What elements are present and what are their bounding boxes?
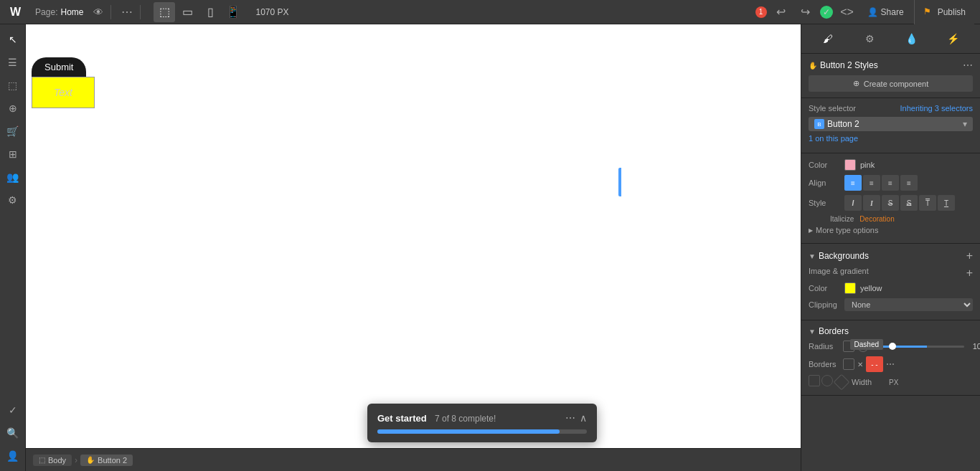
get-started-collapse-icon[interactable]: ∧ [580,412,587,424]
clipping-label: Clipping [809,300,840,309]
bg-color-swatch[interactable] [844,282,856,294]
size-value: 1070 [255,7,275,17]
sidebar-apps-icon[interactable]: ⚙ [2,189,24,211]
radius-row: Radius 10 PX [809,341,973,352]
overline-button[interactable]: T [919,195,936,211]
share-button[interactable]: 👤 Share [862,4,910,20]
sidebar-ecommerce-icon[interactable]: 🛒 [2,120,24,142]
sidebar-help-icon[interactable]: 👤 [2,445,24,467]
styles-tab-icon[interactable]: 🖌 [818,29,838,49]
borders-collapse-icon[interactable]: ▼ [809,328,816,336]
size-unit: PX [278,7,289,17]
align-right-button[interactable]: ≡ [882,175,899,191]
align-buttons: ≡ ≡ ≡ ≡ [844,175,918,191]
width-shape-square[interactable] [809,375,820,386]
selector-icon: B [814,119,824,129]
more-type-options[interactable]: ▶ More type options [809,223,973,237]
device-icons: ⬚ ▭ ▯ 📱 [154,2,244,22]
backgrounds-add-icon[interactable]: + [966,249,973,262]
create-component-label: Create component [864,80,929,88]
page-menu-icon[interactable]: ⋯ [121,5,133,19]
topbar-right: 1 ↩ ↪ ✓ <> 👤 Share ⚑ Publish [755,0,974,24]
border-remove-icon[interactable]: ✕ [857,361,863,368]
align-center-button[interactable]: ≡ [863,175,880,191]
notification-badge[interactable]: 1 [755,6,767,18]
align-left-button[interactable]: ≡ [844,175,862,191]
tablet-icon[interactable]: ▯ [199,2,221,22]
width-label: Width [852,378,883,386]
accent-bar [618,168,621,196]
create-component-button[interactable]: ⊕ Create component [809,75,973,92]
selector-name: B Button 2 [814,119,859,129]
tablet-wide-icon[interactable]: ▭ [176,2,198,22]
mobile-icon[interactable]: 📱 [222,2,244,22]
settings-tab-icon[interactable]: ⚙ [859,29,880,49]
border-more-icon[interactable]: ⋯ [886,359,895,369]
radius-value: 10 [967,342,980,351]
style-buttons: I I S S T T [844,195,955,211]
breadcrumb-body[interactable]: ⬚ Body [33,455,72,466]
canvas-text-box[interactable]: Text [32,77,95,108]
bg-color-row: Color yellow [809,282,973,294]
breadcrumb: ⬚ Body › ✋ Button 2 [26,448,801,471]
image-gradient-row: Image & gradient + [809,267,973,280]
sidebar-pages-icon[interactable]: ⬚ [2,75,24,96]
redo-icon[interactable]: ↪ [796,2,816,22]
style-row: Style I I S S T T [809,195,973,211]
color-swatch[interactable] [844,159,856,171]
radius-slider[interactable] [872,346,964,348]
panel-menu-icon[interactable]: ⋯ [963,60,973,71]
add-image-gradient-icon[interactable]: + [966,267,973,280]
canvas-size: 1070 PX [248,7,296,17]
canvas-submit-button[interactable]: Submit [32,57,86,77]
width-shape-diamond[interactable] [834,374,850,391]
sidebar-members-icon[interactable]: 👥 [2,166,24,188]
style-selector-dropdown[interactable]: B Button 2 ▾ [809,117,973,131]
dashed-button[interactable]: - - Dashed [866,356,883,372]
sidebar-cursor-icon[interactable]: ↖ [2,29,24,50]
logo[interactable]: W [6,6,25,19]
page-count-text: 1 on this page [809,134,858,143]
code-icon[interactable]: <> [837,2,857,22]
strikethrough-button[interactable]: S [882,195,899,211]
sidebar-cms-icon[interactable]: ⊞ [2,143,24,165]
underline-button[interactable]: T [938,195,955,211]
get-started-menu-icon[interactable]: ⋯ [565,412,575,424]
border-box-icon[interactable] [843,358,854,370]
body-icon: ⬚ [39,456,45,464]
undo-icon[interactable]: ↩ [771,2,791,22]
canvas-button-text: Submit [44,62,73,72]
canvas-element-container: Submit ✋ Button 2 ⚙ Text [32,57,86,77]
breadcrumb-button[interactable]: ✋ Button 2 [80,455,133,466]
dashed-container: - - Dashed [866,356,883,372]
crossout-button[interactable]: S [900,195,918,211]
page-name[interactable]: Home [60,7,83,17]
width-shape-circle[interactable] [821,375,833,386]
italic-button[interactable]: I [844,195,862,211]
style-selector-label: Style selector [809,104,856,113]
preview-icon[interactable]: 👁 [93,6,103,18]
sidebar-add-icon[interactable]: ⊕ [2,97,24,119]
color-value: pink [860,161,875,169]
clipping-select[interactable]: None Text [844,298,973,311]
desktop-icon[interactable]: ⬚ [154,2,175,22]
borders-section: ▼ Borders Radius 10 PX Borders ✕ - - [801,320,980,396]
sidebar-search-icon[interactable]: 🔍 [2,422,24,444]
dashed-tooltip: Dashed [850,339,883,350]
sidebar-check-icon[interactable]: ✓ [2,399,24,421]
get-started-panel: Get started 7 of 8 complete! ⋯ ∧ [367,404,597,442]
backgrounds-collapse-icon[interactable]: ▼ [809,252,816,260]
cursor-panel-icon: ✋ [809,62,817,70]
sidebar-layers-icon[interactable]: ☰ [2,52,24,73]
canvas-area[interactable]: Submit ✋ Button 2 ⚙ Text Get started 7 o… [26,24,801,471]
page-section: Page: Home [29,7,89,17]
color-label: Color [809,161,840,169]
align-justify-button[interactable]: ≡ [900,175,918,191]
publish-button[interactable]: ⚑ Publish [914,0,974,24]
text-style-labels: Italicize Decoration [809,215,973,223]
inheriting-text: Inheriting [900,104,932,113]
bold-italic-button[interactable]: I [863,195,880,211]
animation-tab-icon[interactable]: ⚡ [943,29,963,49]
interaction-tab-icon[interactable]: 💧 [902,29,922,49]
separator [110,5,111,19]
